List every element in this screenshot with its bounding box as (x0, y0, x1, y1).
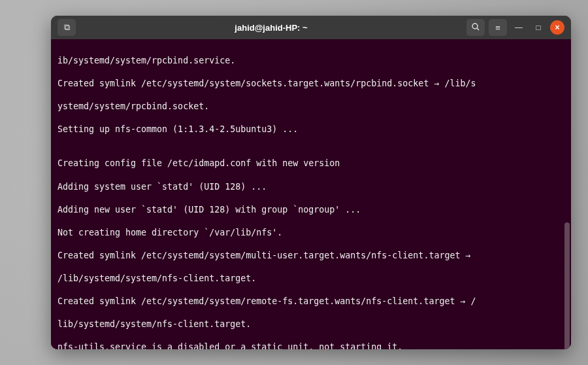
terminal-line: Created symlink /etc/systemd/system/mult… (57, 250, 564, 262)
terminal-line: nfs-utils.service is a disabled or a sta… (57, 341, 564, 349)
terminal-line: Setting up nfs-common (1:1.3.4-2.5ubuntu… (57, 124, 564, 135)
terminal-line: Adding new user `statd' (UID 128) with g… (57, 204, 564, 216)
terminal-line: ib/systemd/system/rpcbind.service. (57, 55, 564, 67)
titlebar[interactable]: ⧉ jahid@jahid-HP: ~ ≡ — □ × (51, 16, 571, 39)
minimize-button[interactable]: — (511, 20, 527, 35)
terminal-line: /lib/systemd/system/nfs-client.target. (57, 273, 564, 285)
terminal-line: Created symlink /etc/systemd/system/sock… (57, 78, 564, 90)
terminal-line: Creating config file /etc/idmapd.conf wi… (57, 158, 564, 169)
terminal-line: Created symlink /etc/systemd/system/remo… (57, 296, 564, 307)
new-tab-icon: ⧉ (64, 22, 70, 33)
minimize-icon: — (515, 23, 523, 32)
terminal-output[interactable]: ib/systemd/system/rpcbind.service. Creat… (51, 39, 571, 349)
svg-line-1 (477, 28, 479, 30)
close-button[interactable]: × (550, 20, 564, 35)
terminal-window: ⧉ jahid@jahid-HP: ~ ≡ — □ × ib/syste (51, 16, 571, 349)
scrollbar-thumb[interactable] (564, 222, 570, 349)
window-title: jahid@jahid-HP: ~ (80, 23, 463, 33)
terminal-line: Adding system user `statd' (UID 128) ... (57, 181, 564, 193)
close-icon: × (555, 23, 559, 32)
svg-point-0 (472, 24, 478, 29)
terminal-line: Not creating home directory `/var/lib/nf… (57, 227, 564, 239)
search-button[interactable] (466, 19, 485, 36)
search-icon (471, 22, 480, 33)
maximize-icon: □ (536, 23, 540, 32)
terminal-line: lib/systemd/system/nfs-client.target. (57, 319, 564, 330)
terminal-line: ystemd/system/rpcbind.socket. (57, 101, 564, 113)
maximize-button[interactable]: □ (531, 20, 546, 35)
hamburger-icon: ≡ (495, 23, 500, 33)
menu-button[interactable]: ≡ (489, 19, 507, 36)
new-tab-button[interactable]: ⧉ (57, 19, 76, 36)
